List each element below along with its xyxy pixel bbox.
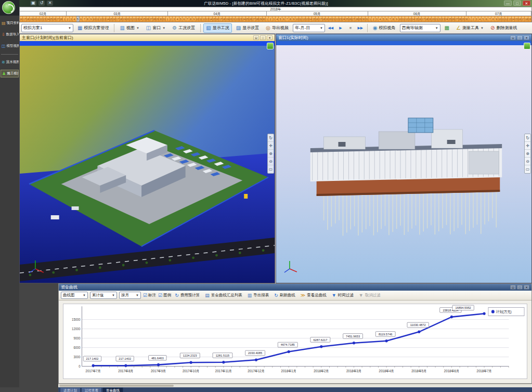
measure-tools-button[interactable]: ∠测量工具▼ bbox=[453, 23, 486, 33]
pin-icon[interactable]: ⊡ bbox=[510, 285, 516, 290]
viewport-tool-strip: ↻✛⊕⊖▭ bbox=[267, 134, 274, 174]
maximize-icon[interactable]: □ bbox=[260, 35, 266, 40]
close-button[interactable]: ✕ bbox=[523, 1, 530, 6]
maximize-icon[interactable]: □ bbox=[517, 35, 523, 40]
total-curve-button[interactable]: ≫查看总曲线 bbox=[299, 293, 328, 298]
sidebar-item-label: 项目资料 bbox=[7, 21, 19, 25]
svg-text:217.1402: 217.1402 bbox=[119, 357, 132, 360]
period-select[interactable]: 按月▼ bbox=[119, 292, 141, 299]
zoom-out-icon[interactable]: ⊖ bbox=[525, 158, 530, 165]
sidebar-item-construction-sim[interactable]: ♟施工模拟 bbox=[1, 70, 19, 77]
svg-text:2017年8月: 2017年8月 bbox=[118, 369, 133, 373]
close-icon[interactable]: ✕ bbox=[524, 35, 529, 40]
timeline-day-cell[interactable]: 19 bbox=[528, 16, 531, 22]
view-button[interactable]: ▥视图▼ bbox=[117, 23, 141, 33]
close-icon[interactable]: ✕ bbox=[524, 285, 529, 290]
sidebar-item-model-view[interactable]: ◫模型视图 bbox=[1, 42, 19, 50]
glodon-logo-icon[interactable] bbox=[2, 1, 15, 14]
report-icon: ▥ bbox=[248, 293, 252, 298]
fund-curve-titlebar[interactable]: 资金曲线 ⊡□✕ bbox=[59, 284, 531, 291]
maximize-icon[interactable]: □ bbox=[517, 285, 523, 290]
stop-button[interactable]: ■ bbox=[346, 24, 355, 32]
filter-off-icon: ▼ bbox=[359, 293, 364, 298]
svg-text:15000: 15000 bbox=[72, 317, 81, 321]
svg-text:0: 0 bbox=[79, 364, 81, 368]
view-angle-select[interactable]: 西南等轴测▼ bbox=[400, 24, 440, 32]
delete-measure-button[interactable]: ⊘删除测量线 bbox=[488, 23, 520, 33]
refresh-icon: ↻ bbox=[274, 293, 278, 298]
scheme-select[interactable]: 模拟方案1▼ bbox=[21, 24, 73, 32]
pan-icon[interactable]: ✛ bbox=[268, 142, 274, 150]
sidebar-item-data-import[interactable]: ⇩数据导入 bbox=[1, 31, 19, 38]
pin-icon[interactable]: ⊡ bbox=[253, 35, 259, 40]
export-video-button[interactable]: ◎导出视频 bbox=[263, 23, 291, 33]
svg-text:2030.4085: 2030.4085 bbox=[248, 351, 263, 355]
zoom-extents-icon[interactable]: ▭ bbox=[525, 165, 530, 173]
zoom-in-icon[interactable]: ⊕ bbox=[268, 150, 274, 158]
cost-precalc-button[interactable]: ↻费用预计算 bbox=[173, 293, 201, 298]
annotation-checkbox[interactable]: ☑标注 bbox=[143, 293, 156, 298]
refresh-curve-button[interactable]: ↻刷新曲线 bbox=[273, 293, 297, 298]
zoom-out-icon[interactable]: ⊖ bbox=[268, 158, 274, 165]
time-filter-button[interactable]: ▼时间过滤 bbox=[330, 293, 355, 298]
svg-text:1224.2323: 1224.2323 bbox=[183, 354, 198, 357]
sidebar-item-flow-view[interactable]: ≋流水视图 bbox=[1, 58, 19, 66]
scrollbar-thumb[interactable] bbox=[59, 385, 174, 387]
legend-checkbox[interactable]: ☑图例 bbox=[158, 293, 171, 298]
work-condition-settings-button[interactable]: ⚙工况设置 bbox=[170, 23, 198, 33]
zoom-in-icon[interactable]: ⊕ bbox=[525, 150, 530, 158]
orbit-icon[interactable]: ↻ bbox=[525, 134, 530, 142]
viewport-main-titlebar[interactable]: 主窗口(计划时间)(当前窗口) ⊡□✕ bbox=[20, 34, 275, 41]
play-button[interactable]: ▶ bbox=[336, 24, 345, 32]
viewport-tool-strip: ↻✛⊕⊖▭ bbox=[524, 134, 531, 174]
step-back-button[interactable]: ◀◀ bbox=[327, 24, 335, 32]
close-file-icon[interactable]: ✕ bbox=[47, 1, 53, 6]
restore-button[interactable]: □ bbox=[513, 1, 521, 6]
minimize-button[interactable]: — bbox=[504, 1, 512, 6]
undo-icon[interactable]: ↺ bbox=[38, 1, 45, 6]
fast-forward-button[interactable]: ▶▶ bbox=[356, 24, 365, 32]
simulation-view-button[interactable]: ◉模拟视角 bbox=[370, 23, 398, 33]
orbit-icon[interactable]: ↻ bbox=[268, 134, 274, 142]
window-title: 广联达BIM5D - [新创建的BIM可视化模拟文件-Z1/B3C(视频老师问题… bbox=[0, 1, 532, 6]
display-settings-button[interactable]: ▨显示设置 bbox=[233, 23, 262, 33]
fund-curve-panel: 资金曲线 ⊡□✕ 曲线图▼累计值▼按月▼☑标注☑图例↻费用预计算▤资金曲线汇总列… bbox=[58, 283, 532, 384]
close-icon[interactable]: ✕ bbox=[267, 35, 273, 40]
svg-text:2018年6月: 2018年6月 bbox=[444, 369, 459, 373]
model-icon: ◫ bbox=[2, 44, 6, 48]
display-settings-icon: ▨ bbox=[236, 25, 241, 31]
export-report-button[interactable]: ▥导出报表 bbox=[246, 293, 271, 298]
gear-icon: ⚙ bbox=[172, 25, 177, 31]
toolbar-separator bbox=[114, 24, 114, 32]
date-mode-select[interactable]: 年-月-日▼ bbox=[293, 24, 325, 32]
svg-text:16894.5952: 16894.5952 bbox=[456, 306, 472, 309]
scheme-manage-button[interactable]: ▦模拟方案管理 bbox=[75, 23, 111, 33]
window-button[interactable]: ◫窗口▼ bbox=[144, 23, 168, 33]
svg-text:4674.7185: 4674.7185 bbox=[281, 343, 295, 346]
fit-view-button[interactable]: ▩ bbox=[442, 23, 452, 33]
show-work-condition-button[interactable]: ▧显示工况 bbox=[203, 23, 231, 33]
save-icon[interactable]: ▣ bbox=[30, 1, 36, 6]
pan-icon[interactable]: ✛ bbox=[525, 142, 530, 150]
viewport-main-3d-scene[interactable]: ↻✛⊕⊖▭ bbox=[20, 41, 275, 283]
viewport-window1-3d-scene[interactable]: ↻✛⊕⊖▭ bbox=[276, 41, 531, 283]
flow-icon: ≋ bbox=[2, 60, 5, 64]
curve-type-select[interactable]: 曲线图▼ bbox=[61, 292, 88, 299]
tab-schedule-plan[interactable]: 进度计划 bbox=[60, 387, 81, 392]
viewport-window1-titlebar[interactable]: 窗口1(实际时间) ⊡□✕ bbox=[276, 34, 531, 41]
horizontal-scrollbar[interactable] bbox=[58, 384, 532, 387]
cancel-filter-button[interactable]: ▼取消过滤 bbox=[357, 293, 382, 298]
sidebar-item-project-info[interactable]: ▤项目资料 bbox=[1, 19, 19, 27]
green-cube-button[interactable] bbox=[267, 43, 274, 49]
curve-summary-button[interactable]: ▤资金曲线汇总列表 bbox=[203, 293, 244, 298]
timeline-month-label: 02月 bbox=[20, 11, 67, 16]
monitor-icon: ▥ bbox=[120, 25, 124, 31]
value-mode-select[interactable]: 累计值▼ bbox=[90, 292, 117, 299]
fund-curve-toolbar: 曲线图▼累计值▼按月▼☑标注☑图例↻费用预计算▤资金曲线汇总列表▥导出报表↻刷新… bbox=[59, 291, 531, 300]
green-cube-button[interactable] bbox=[524, 43, 530, 49]
tab-fund-curve[interactable]: 资金曲线 bbox=[102, 387, 123, 392]
scheme-manage-icon: ▦ bbox=[77, 25, 82, 31]
pin-icon[interactable]: ⊡ bbox=[510, 35, 516, 40]
tab-process-view[interactable]: 过程查看 bbox=[81, 387, 102, 392]
zoom-extents-icon[interactable]: ▭ bbox=[268, 165, 274, 173]
